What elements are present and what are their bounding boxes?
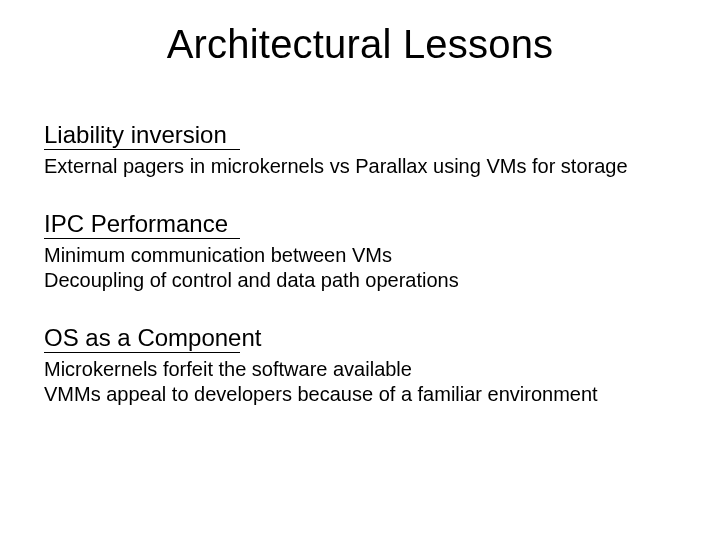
section-heading: IPC Performance bbox=[44, 209, 676, 239]
slide: Architectural Lessons Liability inversio… bbox=[0, 0, 720, 540]
bullet-text: VMMs appeal to developers because of a f… bbox=[44, 382, 676, 407]
spacer bbox=[44, 179, 676, 209]
section-heading: Liability inversion bbox=[44, 120, 676, 150]
section-heading: OS as a Component bbox=[44, 323, 676, 353]
bullet-text: Microkernels forfeit the software availa… bbox=[44, 357, 676, 382]
bullet-text: Decoupling of control and data path oper… bbox=[44, 268, 676, 293]
bullet-text: External pagers in microkernels vs Paral… bbox=[44, 154, 676, 179]
slide-title: Architectural Lessons bbox=[0, 22, 720, 67]
bullet-text: Minimum communication between VMs bbox=[44, 243, 676, 268]
spacer bbox=[44, 293, 676, 323]
slide-body: Liability inversion External pagers in m… bbox=[44, 120, 676, 407]
